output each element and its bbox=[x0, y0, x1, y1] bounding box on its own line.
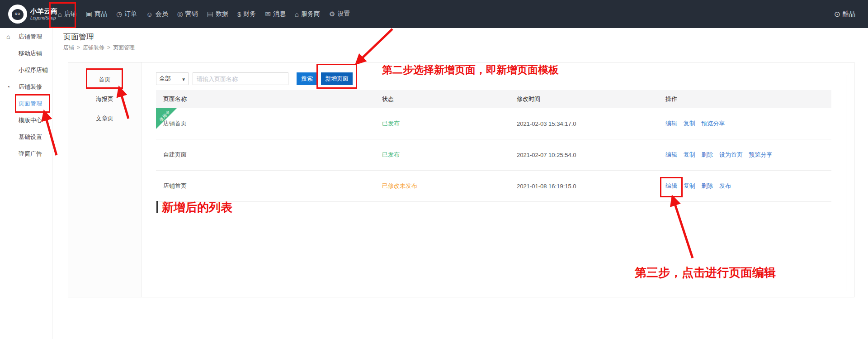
row-actions: 编辑 复制 删除 设为首页 预览分享 bbox=[665, 151, 831, 159]
sidebar-item-popup-ads[interactable]: 弹窗广告 bbox=[0, 145, 52, 162]
sidebar-item-label: 店铺管理 bbox=[19, 33, 42, 41]
sidebar-item-label: 基础设置 bbox=[19, 133, 42, 141]
nav-item-goods[interactable]: ▣ 商品 bbox=[81, 0, 112, 28]
nav-item-label: 订单 bbox=[124, 10, 137, 18]
sidebar-item-label: 弹窗广告 bbox=[19, 150, 42, 158]
provider-icon: ⌂ bbox=[295, 10, 299, 18]
search-button[interactable]: 搜索 bbox=[297, 72, 317, 85]
modified-time: 2021-02-07 10:25:54.0 bbox=[517, 152, 665, 158]
page-name: 店铺首页 bbox=[156, 119, 382, 128]
sheep-face-icon: oo bbox=[12, 9, 24, 20]
status-filter-select[interactable]: 全部 ∨ bbox=[156, 72, 189, 85]
order-icon: ◷ bbox=[116, 10, 122, 18]
sidebar-item-label: 页面管理 bbox=[19, 100, 42, 108]
nav-item-label: 设置 bbox=[337, 10, 350, 18]
marketing-icon: ◎ bbox=[177, 10, 183, 18]
nav-item-messages[interactable]: ✉ 消息 bbox=[260, 0, 290, 28]
breadcrumb: 店铺>店铺装修>页面管理 bbox=[63, 44, 135, 52]
chevron-down-icon: ∨ bbox=[182, 76, 185, 81]
edit-link[interactable]: 编辑 bbox=[665, 151, 677, 158]
delete-link[interactable]: 删除 bbox=[701, 182, 713, 189]
edit-link[interactable]: 编辑 bbox=[665, 182, 677, 189]
nav-item-label: 店铺 bbox=[64, 10, 77, 18]
breadcrumb-separator: > bbox=[77, 44, 80, 51]
sidebar-item-template-center[interactable]: 模版中心 bbox=[0, 112, 52, 129]
nav-item-provider[interactable]: ⌂ 服务商 bbox=[290, 0, 325, 28]
set-as-home-link[interactable]: 设为首页 bbox=[719, 151, 743, 158]
delete-link[interactable]: 删除 bbox=[701, 151, 713, 158]
row-actions: 编辑 复制 预览分享 bbox=[665, 119, 831, 128]
message-icon: ✉ bbox=[265, 10, 271, 18]
page-title: 页面管理 bbox=[63, 32, 94, 42]
preview-share-link[interactable]: 预览分享 bbox=[749, 151, 773, 158]
breadcrumb-item[interactable]: 店铺 bbox=[63, 44, 74, 51]
user-name: 酷品 bbox=[843, 10, 855, 18]
sidebar-item-label: 模版中心 bbox=[19, 116, 42, 124]
nav-item-label: 服务商 bbox=[301, 10, 320, 18]
tab-article-page[interactable]: 文章页 bbox=[68, 109, 141, 128]
page-type-tabs: 首页 海报页 文章页 bbox=[68, 62, 142, 297]
column-header-status: 状态 bbox=[382, 95, 517, 103]
top-nav: oo 小羊云商 LegendShop ⌂ 店铺 ▣ 商品 ◷ 订单 ☺ 会员 bbox=[0, 0, 868, 28]
nav-item-finance[interactable]: $ 财务 bbox=[233, 0, 260, 28]
page-name-search-input[interactable] bbox=[193, 72, 288, 85]
nav-item-label: 数据 bbox=[216, 10, 228, 18]
nav-item-label: 商品 bbox=[94, 10, 107, 18]
nav-item-shop[interactable]: ⌂ 店铺 bbox=[53, 0, 81, 28]
table-row: 自建页面 已发布 2021-02-07 10:25:54.0 编辑 复制 删除 … bbox=[156, 139, 831, 171]
sidebar-item-miniprogram-shop[interactable]: 小程序店铺 bbox=[0, 62, 52, 78]
table-row: 使用中 店铺首页 已发布 2021-02-03 15:34:17.0 编辑 复制… bbox=[156, 108, 831, 139]
edit-link[interactable]: 编辑 bbox=[665, 120, 677, 127]
breadcrumb-item[interactable]: 店铺装修 bbox=[83, 44, 104, 51]
member-icon: ☺ bbox=[146, 10, 153, 18]
sidebar-item-mobile-shop[interactable]: 移动店铺 bbox=[0, 45, 52, 62]
publish-link[interactable]: 发布 bbox=[719, 182, 731, 189]
column-header-modified-time: 修改时间 bbox=[517, 95, 665, 103]
pages-table: 页面名称 状态 修改时间 操作 使用中 店铺首页 已发布 2021-02-03 … bbox=[156, 90, 831, 202]
table-row: 店铺首页 已修改未发布 2021-01-08 16:19:15.0 编辑 复制 … bbox=[156, 171, 831, 202]
nav-item-label: 营销 bbox=[185, 10, 198, 18]
goods-icon: ▣ bbox=[86, 10, 92, 18]
screen: oo 小羊云商 LegendShop ⌂ 店铺 ▣ 商品 ◷ 订单 ☺ 会员 bbox=[0, 0, 868, 339]
sidebar-item-basic-settings[interactable]: 基础设置 bbox=[0, 129, 52, 145]
page-name: 自建页面 bbox=[156, 151, 382, 159]
table-header: 页面名称 状态 修改时间 操作 bbox=[156, 90, 831, 108]
nav-item-data[interactable]: ▤ 数据 bbox=[203, 0, 233, 28]
logo: oo 小羊云商 LegendShop bbox=[8, 5, 52, 24]
sidebar-item-label: 小程序店铺 bbox=[19, 66, 48, 74]
sidebar-item-shop-management[interactable]: ⌂ 店铺管理 bbox=[0, 28, 52, 45]
nav-item-settings[interactable]: ⚙ 设置 bbox=[325, 0, 354, 28]
copy-link[interactable]: 复制 bbox=[684, 182, 695, 189]
preview-share-link[interactable]: 预览分享 bbox=[701, 120, 725, 127]
status-filter-value: 全部 bbox=[159, 75, 171, 83]
shop-icon: ⌂ bbox=[6, 33, 14, 40]
sidebar-item-shop-decoration[interactable]: ◔ 店铺装修 bbox=[0, 78, 52, 95]
nav-item-marketing[interactable]: ◎ 营销 bbox=[173, 0, 203, 28]
nav-item-label: 会员 bbox=[156, 10, 168, 18]
nav-item-label: 财务 bbox=[243, 10, 256, 18]
nav-item-orders[interactable]: ◷ 订单 bbox=[112, 0, 142, 28]
breadcrumb-separator: > bbox=[107, 44, 110, 51]
nav-items: ⌂ 店铺 ▣ 商品 ◷ 订单 ☺ 会员 ◎ 营销 ▤ 数据 bbox=[53, 0, 354, 28]
nav-item-label: 消息 bbox=[273, 10, 286, 18]
copy-link[interactable]: 复制 bbox=[684, 120, 695, 127]
tab-home-page[interactable]: 首页 bbox=[68, 70, 141, 89]
add-page-button[interactable]: 新增页面 bbox=[321, 72, 353, 85]
status-badge: 已发布 bbox=[382, 151, 517, 159]
tab-poster-page[interactable]: 海报页 bbox=[68, 89, 141, 109]
finance-icon: $ bbox=[237, 10, 241, 18]
nav-item-members[interactable]: ☺ 会员 bbox=[142, 0, 172, 28]
red-arrow-to-add-page bbox=[359, 29, 392, 61]
settings-icon: ⚙ bbox=[329, 10, 335, 18]
modified-time: 2021-02-03 15:34:17.0 bbox=[517, 120, 665, 127]
sheep-logo-icon: oo bbox=[8, 5, 27, 24]
breadcrumb-item: 页面管理 bbox=[113, 44, 135, 51]
sidebar-item-page-management[interactable]: 页面管理 bbox=[0, 95, 52, 112]
sidebar-item-label: 店铺装修 bbox=[19, 83, 42, 91]
user-icon: ⊙ bbox=[834, 10, 840, 19]
status-badge: 已发布 bbox=[382, 119, 517, 128]
data-icon: ▤ bbox=[207, 10, 213, 18]
column-header-page-name: 页面名称 bbox=[156, 95, 382, 103]
copy-link[interactable]: 复制 bbox=[684, 151, 695, 158]
user-menu[interactable]: ⊙ 酷品 bbox=[834, 0, 855, 28]
